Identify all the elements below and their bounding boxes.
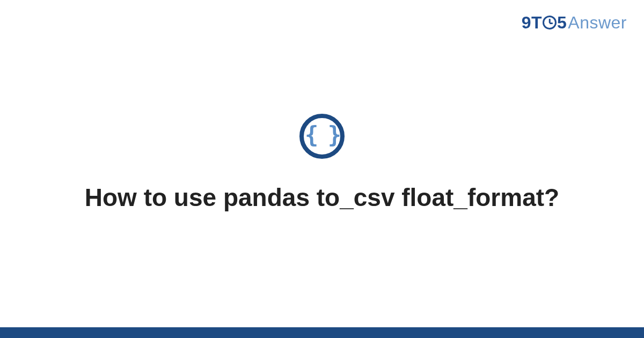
main-content: { } How to use pandas to_csv float_forma… xyxy=(0,0,644,327)
footer-accent-bar xyxy=(0,327,644,338)
braces-icon: { } xyxy=(305,124,339,146)
category-badge: { } xyxy=(299,114,345,159)
question-title: How to use pandas to_csv float_format? xyxy=(85,182,559,214)
